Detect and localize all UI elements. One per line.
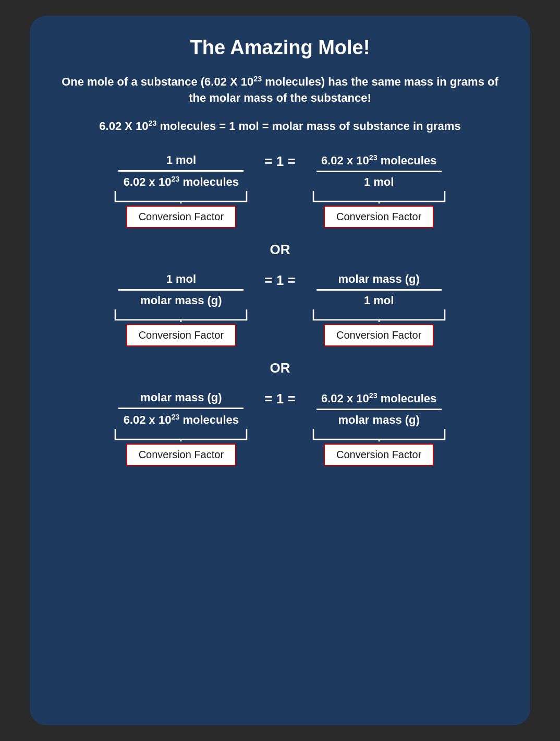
or-label-1: OR <box>270 242 290 258</box>
fraction-right-3: 6.02 x 1023 molecules molar mass (g) Con… <box>311 391 447 465</box>
equals-2: = 1 = <box>264 272 295 289</box>
fractions-row-2: 1 mol molar mass (g) Conversion Factor =… <box>61 272 499 346</box>
frac-bottom-left-1: 6.02 x 1023 molecules <box>124 173 239 189</box>
frac-line-right-1 <box>316 171 442 172</box>
brace-right-1 <box>311 189 447 204</box>
fractions-row-1: 1 mol 6.02 x 1023 molecules Conversion F… <box>61 153 499 228</box>
fraction-left-3: molar mass (g) 6.02 x 1023 molecules Con… <box>113 391 249 465</box>
equation-text: 6.02 X 1023 molecules = 1 mol = molar ma… <box>99 118 460 135</box>
frac-top-left-2: 1 mol <box>166 272 196 288</box>
fraction-left-1: 1 mol 6.02 x 1023 molecules Conversion F… <box>113 153 249 228</box>
frac-top-left-3: molar mass (g) <box>140 391 222 407</box>
frac-bottom-left-3: 6.02 x 1023 molecules <box>124 410 239 426</box>
fraction-display-left-3: molar mass (g) 6.02 x 1023 molecules <box>118 391 244 426</box>
fraction-display-left-1: 1 mol 6.02 x 1023 molecules <box>118 153 244 189</box>
frac-line-right-3 <box>316 409 442 410</box>
frac-line-left-2 <box>118 289 244 291</box>
equals-1: = 1 = <box>264 153 295 170</box>
frac-line-left-3 <box>118 408 244 409</box>
frac-line-right-2 <box>316 289 442 291</box>
frac-top-left-1: 1 mol <box>166 153 196 169</box>
frac-top-right-3: 6.02 x 1023 molecules <box>321 391 436 407</box>
fractions-row-3: molar mass (g) 6.02 x 1023 molecules Con… <box>61 391 499 465</box>
brace-left-1 <box>113 189 249 204</box>
fraction-display-right-3: 6.02 x 1023 molecules molar mass (g) <box>316 391 442 426</box>
brace-right-3 <box>311 427 447 441</box>
conversion-factor-box-right-3: Conversion Factor <box>324 444 434 466</box>
subtitle-text: One mole of a substance (6.02 X 1023 mol… <box>61 74 499 106</box>
page-title: The Amazing Mole! <box>190 37 370 59</box>
fraction-right-1: 6.02 x 1023 molecules 1 mol Conversion F… <box>311 153 447 228</box>
section-1: 1 mol 6.02 x 1023 molecules Conversion F… <box>61 153 499 228</box>
fraction-display-right-2: molar mass (g) 1 mol <box>316 272 442 307</box>
conversion-factor-box-left-1: Conversion Factor <box>126 206 236 228</box>
frac-top-right-1: 6.02 x 1023 molecules <box>321 153 436 170</box>
conversion-factor-box-right-2: Conversion Factor <box>324 324 434 346</box>
fraction-right-2: molar mass (g) 1 mol Conversion Factor <box>311 272 447 346</box>
fraction-display-left-2: 1 mol molar mass (g) <box>118 272 244 307</box>
frac-bottom-right-1: 1 mol <box>364 173 394 189</box>
or-label-2: OR <box>270 360 290 376</box>
conversion-factor-box-left-2: Conversion Factor <box>126 324 236 346</box>
section-3: molar mass (g) 6.02 x 1023 molecules Con… <box>61 391 499 465</box>
equals-3: = 1 = <box>264 391 295 407</box>
frac-top-right-2: molar mass (g) <box>338 272 420 288</box>
section-2: 1 mol molar mass (g) Conversion Factor =… <box>61 272 499 346</box>
brace-left-2 <box>113 307 249 322</box>
brace-right-2 <box>311 307 447 322</box>
fraction-display-right-1: 6.02 x 1023 molecules 1 mol <box>316 153 442 189</box>
brace-left-3 <box>113 427 249 441</box>
frac-bottom-right-2: 1 mol <box>364 292 394 307</box>
conversion-factor-box-left-3: Conversion Factor <box>126 444 236 466</box>
frac-bottom-left-2: molar mass (g) <box>140 292 222 307</box>
fraction-left-2: 1 mol molar mass (g) Conversion Factor <box>113 272 249 346</box>
main-card: The Amazing Mole! One mole of a substanc… <box>30 16 530 725</box>
frac-line-left-1 <box>118 170 244 172</box>
frac-bottom-right-3: molar mass (g) <box>338 411 420 427</box>
conversion-factor-box-right-1: Conversion Factor <box>324 206 434 228</box>
